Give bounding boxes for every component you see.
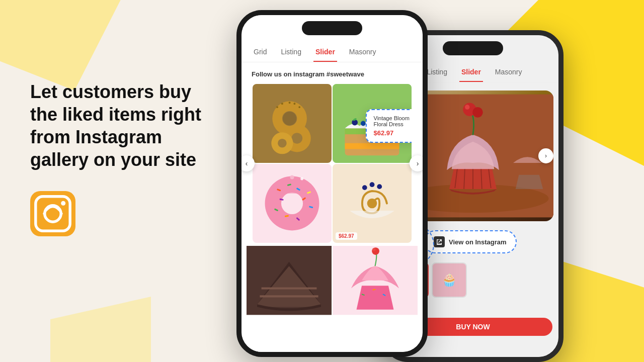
tab-masonry-ph1[interactable]: Masonry xyxy=(347,43,378,62)
phone-1-tabs: Grid Listing Slider Masonry xyxy=(242,43,423,62)
slider-next-arrow[interactable]: › xyxy=(410,155,423,171)
svg-point-27 xyxy=(292,133,303,144)
tab-grid-ph1[interactable]: Grid xyxy=(252,43,269,62)
cake-roll-img xyxy=(333,164,412,243)
svg-point-62 xyxy=(370,182,375,187)
external-link-icon xyxy=(434,236,445,247)
grid-item-6[interactable] xyxy=(333,245,418,316)
svg-point-13 xyxy=(472,107,483,118)
food-grid: 🖱 Vintage Bloom Floral Dress $62.97 xyxy=(247,84,418,243)
phone-1-screen: Grid Listing Slider Masonry Follow us on… xyxy=(242,15,423,352)
svg-point-12 xyxy=(465,105,469,109)
svg-point-61 xyxy=(362,185,367,190)
main-heading: Let customers buy the liked items right … xyxy=(30,80,221,171)
grid-item-4[interactable]: $62.97 xyxy=(333,164,412,243)
svg-point-60 xyxy=(367,199,377,209)
svg-rect-35 xyxy=(345,143,399,149)
bg-shape-bottom-left xyxy=(50,297,151,362)
tab-listing-ph2[interactable]: Listing xyxy=(425,63,449,82)
svg-point-25 xyxy=(276,106,278,108)
svg-point-20 xyxy=(283,112,296,125)
bg-shape-top-left xyxy=(0,0,131,90)
bottom-grid xyxy=(242,244,423,316)
svg-point-39 xyxy=(361,121,366,126)
svg-point-21 xyxy=(289,102,291,104)
ph2-next-arrow[interactable]: › xyxy=(538,148,553,163)
left-section: Let customers buy the liked items right … xyxy=(30,80,221,238)
svg-point-29 xyxy=(278,139,287,148)
pink-donut-img xyxy=(253,164,332,243)
svg-point-44 xyxy=(281,193,303,214)
donut-gold-img xyxy=(253,84,332,163)
price-overlay-roll: $62.97 xyxy=(336,232,357,240)
grid-item-2[interactable]: 🖱 Vintage Bloom Floral Dress $62.97 xyxy=(333,84,412,163)
svg-point-46 xyxy=(300,177,303,180)
svg-point-24 xyxy=(281,103,283,105)
thumbnail-img-2: 🧁 xyxy=(433,263,466,297)
view-instagram-label: View on Instagram xyxy=(449,238,507,246)
phone-1-notch xyxy=(302,21,362,35)
tab-slider-ph1[interactable]: Slider xyxy=(313,43,337,62)
svg-point-23 xyxy=(298,106,300,108)
svg-point-3 xyxy=(61,201,65,206)
instagram-logo-icon xyxy=(30,191,75,236)
view-on-instagram-button[interactable]: View on Instagram xyxy=(424,230,517,253)
thumbnail-cupcake-2[interactable]: 🧁 xyxy=(432,262,467,298)
svg-point-45 xyxy=(290,175,294,179)
phones-container: Grid Listing Slider Masonry xyxy=(211,0,644,362)
slider-area: ‹ xyxy=(242,84,423,243)
grid-item-3[interactable] xyxy=(253,164,332,243)
phone-2-notch xyxy=(443,41,503,55)
product-popup: 🖱 Vintage Bloom Floral Dress $62.97 xyxy=(366,109,412,143)
phone-1-mockup: Grid Listing Slider Masonry Follow us on… xyxy=(236,10,428,357)
grid-item-5[interactable] xyxy=(247,245,332,316)
tab-slider-ph2[interactable]: Slider xyxy=(459,63,483,82)
tab-listing-ph1[interactable]: Listing xyxy=(279,43,303,62)
tab-masonry-ph2[interactable]: Masonry xyxy=(493,63,524,82)
product-price: $62.97 xyxy=(374,129,412,137)
grid-item-1[interactable] xyxy=(253,84,332,163)
product-name: Vintage Bloom Floral Dress xyxy=(374,115,412,127)
svg-point-63 xyxy=(377,184,382,189)
svg-point-22 xyxy=(293,103,295,105)
svg-point-71 xyxy=(372,248,375,251)
follow-text: Follow us on instagram #sweetwave xyxy=(242,70,423,78)
